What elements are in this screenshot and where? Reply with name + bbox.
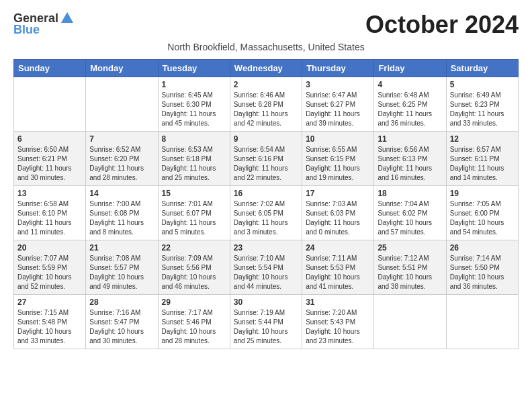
- sunrise-text: Sunrise: 7:02 AM: [234, 200, 285, 208]
- daylight-text: Daylight: 10 hours and 23 minutes.: [306, 328, 360, 345]
- sunset-text: Sunset: 6:03 PM: [306, 210, 355, 217]
- day-number: 28: [89, 298, 154, 307]
- day-info: Sunrise: 6:45 AMSunset: 6:30 PMDaylight:…: [162, 91, 226, 128]
- sunrise-text: Sunrise: 7:17 AM: [162, 309, 213, 316]
- daylight-text: Daylight: 11 hours and 0 minutes.: [306, 219, 360, 236]
- day-info: Sunrise: 6:55 AMSunset: 6:15 PMDaylight:…: [306, 145, 370, 183]
- daylight-text: Daylight: 10 hours and 54 minutes.: [450, 219, 504, 236]
- day-number: 1: [162, 80, 226, 89]
- sunset-text: Sunset: 5:48 PM: [17, 318, 67, 326]
- cell-w4-d3: 22Sunrise: 7:09 AMSunset: 5:56 PMDayligh…: [158, 240, 230, 295]
- day-info: Sunrise: 7:00 AMSunset: 6:08 PMDaylight:…: [89, 199, 154, 237]
- cell-w2-d2: 7Sunrise: 6:52 AMSunset: 6:20 PMDaylight…: [86, 132, 158, 186]
- sunset-text: Sunset: 5:57 PM: [89, 264, 139, 271]
- header-sunday: Sunday: [14, 60, 86, 77]
- sunrise-text: Sunrise: 7:12 AM: [378, 255, 429, 262]
- day-number: 6: [17, 134, 82, 144]
- cell-w2-d3: 8Sunrise: 6:53 AMSunset: 6:18 PMDaylight…: [158, 132, 230, 186]
- day-number: 23: [234, 243, 298, 253]
- cell-w5-d7: [446, 295, 518, 349]
- sunset-text: Sunset: 6:28 PM: [234, 101, 283, 108]
- day-info: Sunrise: 6:57 AMSunset: 6:11 PMDaylight:…: [450, 145, 515, 183]
- cell-w5-d5: 31Sunrise: 7:20 AMSunset: 5:43 PMDayligh…: [302, 295, 374, 349]
- sunset-text: Sunset: 6:00 PM: [450, 210, 500, 217]
- day-number: 14: [89, 189, 154, 198]
- page-container: General Blue October 2024 North Brookfie…: [13, 11, 519, 349]
- day-number: 17: [306, 189, 370, 198]
- sunset-text: Sunset: 6:10 PM: [17, 210, 67, 217]
- sunrise-text: Sunrise: 7:09 AM: [162, 255, 213, 262]
- sunset-text: Sunset: 5:44 PM: [234, 318, 283, 326]
- day-number: 11: [378, 134, 442, 144]
- day-number: 21: [89, 243, 154, 253]
- day-info: Sunrise: 6:47 AMSunset: 6:27 PMDaylight:…: [306, 91, 370, 128]
- cell-w1-d2: [86, 77, 158, 132]
- day-info: Sunrise: 7:04 AMSunset: 6:02 PMDaylight:…: [378, 199, 442, 237]
- calendar-table: Sunday Monday Tuesday Wednesday Thursday…: [13, 59, 519, 349]
- header-friday: Friday: [374, 60, 446, 77]
- sunrise-text: Sunrise: 7:14 AM: [450, 255, 501, 262]
- day-info: Sunrise: 6:46 AMSunset: 6:28 PMDaylight:…: [234, 91, 298, 128]
- sunrise-text: Sunrise: 6:50 AM: [17, 146, 69, 153]
- sunset-text: Sunset: 6:23 PM: [450, 101, 500, 108]
- day-number: 13: [17, 189, 82, 198]
- logo: General Blue: [13, 11, 75, 37]
- sunset-text: Sunset: 6:18 PM: [162, 155, 212, 163]
- sunrise-text: Sunrise: 7:20 AM: [306, 309, 357, 316]
- cell-w1-d5: 3Sunrise: 6:47 AMSunset: 6:27 PMDaylight…: [302, 77, 374, 132]
- cell-w1-d3: 1Sunrise: 6:45 AMSunset: 6:30 PMDaylight…: [158, 77, 230, 132]
- sunset-text: Sunset: 5:43 PM: [306, 318, 355, 326]
- sunrise-text: Sunrise: 7:19 AM: [234, 309, 285, 316]
- day-info: Sunrise: 6:49 AMSunset: 6:23 PMDaylight:…: [450, 91, 515, 128]
- header: General Blue October 2024: [13, 11, 519, 39]
- daylight-text: Daylight: 11 hours and 28 minutes.: [89, 165, 144, 181]
- day-number: 25: [378, 243, 442, 253]
- day-number: 7: [89, 134, 154, 144]
- cell-w3-d3: 15Sunrise: 7:01 AMSunset: 6:07 PMDayligh…: [158, 186, 230, 240]
- day-info: Sunrise: 7:08 AMSunset: 5:57 PMDaylight:…: [89, 254, 154, 291]
- day-info: Sunrise: 7:17 AMSunset: 5:46 PMDaylight:…: [162, 308, 226, 346]
- daylight-text: Daylight: 10 hours and 38 minutes.: [378, 273, 432, 290]
- week-row-1: 1Sunrise: 6:45 AMSunset: 6:30 PMDaylight…: [14, 77, 519, 132]
- header-saturday: Saturday: [446, 60, 518, 77]
- day-info: Sunrise: 7:11 AMSunset: 5:53 PMDaylight:…: [306, 254, 370, 291]
- cell-w4-d7: 26Sunrise: 7:14 AMSunset: 5:50 PMDayligh…: [446, 240, 518, 295]
- day-number: 22: [162, 243, 226, 253]
- day-number: 4: [378, 80, 442, 89]
- daylight-text: Daylight: 11 hours and 45 minutes.: [162, 110, 216, 127]
- cell-w4-d6: 25Sunrise: 7:12 AMSunset: 5:51 PMDayligh…: [374, 240, 446, 295]
- day-number: 10: [306, 134, 370, 144]
- sunrise-text: Sunrise: 6:55 AM: [306, 146, 357, 153]
- cell-w3-d1: 13Sunrise: 6:58 AMSunset: 6:10 PMDayligh…: [14, 186, 86, 240]
- sunrise-text: Sunrise: 7:04 AM: [378, 200, 429, 208]
- cell-w5-d3: 29Sunrise: 7:17 AMSunset: 5:46 PMDayligh…: [158, 295, 230, 349]
- daylight-text: Daylight: 10 hours and 36 minutes.: [450, 273, 504, 290]
- daylight-text: Daylight: 11 hours and 19 minutes.: [306, 165, 360, 181]
- day-info: Sunrise: 7:14 AMSunset: 5:50 PMDaylight:…: [450, 254, 515, 291]
- sunset-text: Sunset: 5:53 PM: [306, 264, 355, 271]
- day-info: Sunrise: 7:02 AMSunset: 6:05 PMDaylight:…: [234, 199, 298, 237]
- day-info: Sunrise: 7:16 AMSunset: 5:47 PMDaylight:…: [89, 308, 154, 346]
- daylight-text: Daylight: 11 hours and 8 minutes.: [89, 219, 144, 236]
- day-number: 29: [162, 298, 226, 307]
- cell-w3-d2: 14Sunrise: 7:00 AMSunset: 6:08 PMDayligh…: [86, 186, 158, 240]
- sunrise-text: Sunrise: 6:53 AM: [162, 146, 213, 153]
- daylight-text: Daylight: 11 hours and 16 minutes.: [378, 165, 432, 181]
- daylight-text: Daylight: 10 hours and 41 minutes.: [306, 273, 360, 290]
- sunset-text: Sunset: 5:56 PM: [162, 264, 212, 271]
- day-info: Sunrise: 6:56 AMSunset: 6:13 PMDaylight:…: [378, 145, 442, 183]
- sunrise-text: Sunrise: 7:03 AM: [306, 200, 357, 208]
- sunrise-text: Sunrise: 7:01 AM: [162, 200, 213, 208]
- day-info: Sunrise: 7:09 AMSunset: 5:56 PMDaylight:…: [162, 254, 226, 291]
- sunset-text: Sunset: 5:59 PM: [17, 264, 67, 271]
- daylight-text: Daylight: 10 hours and 57 minutes.: [378, 219, 432, 236]
- daylight-text: Daylight: 10 hours and 52 minutes.: [17, 273, 72, 290]
- cell-w2-d6: 11Sunrise: 6:56 AMSunset: 6:13 PMDayligh…: [374, 132, 446, 186]
- day-number: 27: [17, 298, 82, 307]
- sunset-text: Sunset: 6:16 PM: [234, 155, 283, 163]
- day-number: 8: [162, 134, 226, 144]
- cell-w4-d1: 20Sunrise: 7:07 AMSunset: 5:59 PMDayligh…: [14, 240, 86, 295]
- sunset-text: Sunset: 5:47 PM: [89, 318, 139, 326]
- sunset-text: Sunset: 5:50 PM: [450, 264, 500, 271]
- day-info: Sunrise: 6:54 AMSunset: 6:16 PMDaylight:…: [234, 145, 298, 183]
